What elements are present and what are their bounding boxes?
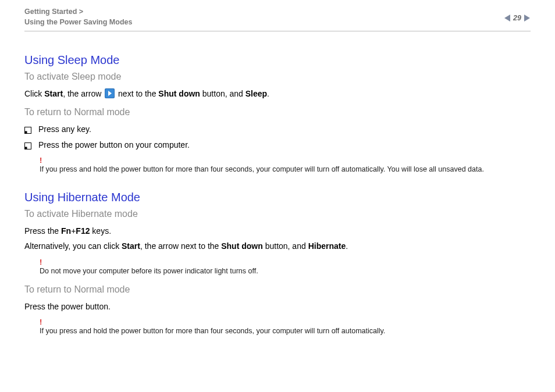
text: keys. bbox=[90, 226, 111, 236]
breadcrumb: Getting Started > Using the Power Saving… bbox=[24, 7, 132, 27]
text: Alternatively, you can click bbox=[24, 241, 122, 251]
sleep-return-list: Press any key. Press the power button on… bbox=[24, 123, 531, 153]
text: Click bbox=[24, 89, 44, 98]
warning-icon: ! bbox=[40, 156, 531, 164]
prev-page-icon[interactable] bbox=[504, 14, 511, 22]
hibernate-warning-2: ! If you press and hold the power button… bbox=[40, 318, 531, 336]
page-number: 29 bbox=[513, 14, 521, 22]
svg-marker-1 bbox=[524, 15, 530, 22]
page: Getting Started > Using the Power Saving… bbox=[0, 0, 555, 392]
f12-key-label: F12 bbox=[76, 226, 90, 236]
sleep-activate-text: Click Start, the arrow next to the Shut … bbox=[24, 88, 531, 101]
svg-marker-0 bbox=[504, 15, 510, 22]
text: button, and bbox=[200, 89, 246, 98]
fn-key-label: Fn bbox=[61, 226, 71, 236]
hibernate-return-text: Press the power button. bbox=[24, 301, 531, 312]
shutdown-label: Shut down bbox=[158, 89, 200, 98]
text: button, and bbox=[263, 241, 308, 251]
sleep-return-heading: To return to Normal mode bbox=[24, 107, 531, 117]
hibernate-activate-heading: To activate Hibernate mode bbox=[24, 209, 531, 219]
list-item: Press the power button on your computer. bbox=[24, 139, 531, 153]
svg-rect-6 bbox=[25, 131, 27, 134]
text: , the arrow bbox=[63, 89, 104, 98]
list-item-text: Press any key. bbox=[38, 123, 91, 136]
warning-text: If you press and hold the power button f… bbox=[40, 326, 531, 336]
text: next to the bbox=[116, 89, 158, 98]
hibernate-press-text: Press the Fn+F12 keys. bbox=[24, 225, 531, 237]
hibernate-label: Hibernate bbox=[308, 241, 346, 251]
breadcrumb-line2: Using the Power Saving Modes bbox=[24, 18, 132, 26]
sleep-activate-heading: To activate Sleep mode bbox=[24, 72, 531, 82]
sleep-label: Sleep bbox=[246, 89, 267, 98]
bullet-icon bbox=[24, 125, 31, 137]
start-label: Start bbox=[122, 241, 140, 251]
shutdown-label: Shut down bbox=[221, 241, 263, 251]
page-header: Getting Started > Using the Power Saving… bbox=[24, 7, 531, 31]
list-item-text: Press the power button on your computer. bbox=[38, 139, 190, 151]
hibernate-return-heading: To return to Normal mode bbox=[24, 284, 531, 295]
hibernate-warning-1: ! Do not move your computer before its p… bbox=[40, 258, 531, 276]
list-item: Press any key. bbox=[24, 123, 531, 137]
breadcrumb-line1: Getting Started > bbox=[24, 8, 83, 16]
text: Press the bbox=[24, 226, 61, 236]
text: , the arrow next to the bbox=[140, 241, 221, 251]
hibernate-section-title: Using Hibernate Mode bbox=[24, 191, 531, 204]
svg-rect-8 bbox=[25, 147, 27, 149]
text: . bbox=[267, 89, 269, 98]
warning-text: If you press and hold the power button f… bbox=[40, 165, 531, 174]
sleep-section-title: Using Sleep Mode bbox=[24, 54, 531, 67]
next-page-icon[interactable] bbox=[524, 14, 531, 22]
bullet-icon bbox=[24, 141, 31, 153]
start-label: Start bbox=[44, 89, 63, 98]
sleep-warning: ! If you press and hold the power button… bbox=[40, 156, 531, 174]
hibernate-alt-text: Alternatively, you can click Start, the … bbox=[24, 240, 531, 252]
page-nav: 29 bbox=[504, 7, 531, 22]
arrow-menu-icon bbox=[105, 88, 115, 101]
text: . bbox=[346, 241, 348, 251]
warning-icon: ! bbox=[40, 258, 531, 266]
warning-icon: ! bbox=[40, 318, 531, 326]
warning-text: Do not move your computer before its pow… bbox=[40, 266, 531, 276]
content: Using Sleep Mode To activate Sleep mode … bbox=[24, 31, 531, 336]
